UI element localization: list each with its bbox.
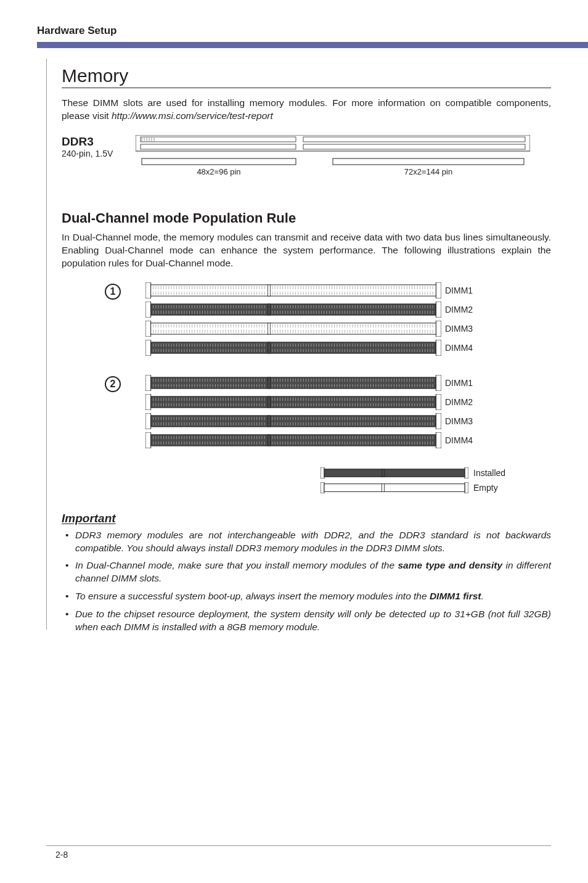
svg-rect-1763 (324, 483, 465, 491)
ddr3-sub: 240-pin, 1.5V (62, 149, 136, 158)
dual-channel-text: In Dual-Channel mode, the memory modules… (62, 231, 551, 270)
important-list: DDR3 memory modules are not interchangea… (62, 529, 551, 634)
svg-rect-1764 (382, 483, 384, 491)
svg-rect-887 (151, 377, 436, 388)
ddr3-title: DDR3 (62, 135, 136, 149)
dimm-slot-icon (145, 282, 441, 298)
dimm3-label: DIMM3 (445, 324, 473, 334)
svg-rect-16 (267, 285, 270, 296)
dimm1-label: DIMM1 (445, 378, 473, 388)
important-bullet-3: To ensure a successful system boot-up, a… (62, 590, 551, 603)
svg-rect-1322 (436, 413, 441, 429)
important-title: Important (62, 512, 551, 525)
legend-installed-label: Installed (473, 468, 505, 478)
svg-rect-11 (142, 158, 296, 165)
svg-rect-1103 (145, 394, 151, 410)
pin-left-label: 48x2=96 pin (197, 167, 240, 176)
dimm-slot-icon (145, 394, 441, 410)
svg-rect-13 (145, 282, 151, 298)
svg-rect-15 (151, 285, 436, 296)
svg-rect-14 (436, 282, 441, 298)
svg-rect-668 (436, 340, 441, 356)
dimm2-label: DIMM2 (445, 397, 473, 407)
svg-rect-1758 (465, 467, 468, 478)
svg-rect-886 (436, 375, 441, 391)
svg-rect-667 (145, 340, 151, 356)
section-rule (62, 88, 551, 88)
legend-empty-label: Empty (473, 483, 498, 493)
svg-rect-449 (145, 321, 151, 337)
left-margin-rule (46, 59, 47, 630)
config-1-number: 1 (105, 284, 121, 300)
dimm4-label: DIMM4 (445, 343, 473, 353)
header-bar (37, 42, 588, 48)
svg-rect-12 (333, 158, 524, 165)
important-bullet-1: DDR3 memory modules are not interchangea… (62, 529, 551, 555)
svg-rect-1539 (145, 432, 151, 448)
svg-rect-3 (141, 144, 296, 149)
dimm2-label: DIMM2 (445, 305, 473, 314)
svg-rect-232 (436, 302, 441, 318)
dimm4-label: DIMM4 (445, 435, 473, 445)
dimm-slot-icon (145, 302, 441, 318)
svg-rect-231 (145, 302, 151, 318)
svg-rect-1104 (436, 394, 441, 410)
svg-rect-669 (151, 342, 436, 353)
svg-rect-1323 (151, 416, 436, 427)
footer-rule (46, 845, 551, 846)
svg-rect-1106 (267, 396, 270, 408)
dimm1-label: DIMM1 (445, 285, 473, 295)
config-2-number: 2 (105, 376, 121, 392)
page-number: 2-8 (55, 850, 68, 860)
svg-rect-1540 (436, 432, 441, 448)
ddr3-module-diagram: 48x2=96 pin 72x2=144 pin (136, 135, 551, 186)
pin-right-label: 72x2=144 pin (404, 167, 452, 176)
important-bullet-2: In Dual-Channel mode, make sure that you… (62, 559, 551, 585)
dimm-slot-icon (145, 375, 441, 391)
svg-rect-885 (145, 375, 151, 391)
config-2: 2 DIMM1 DIMM2 DIMM3 DIMM4 (105, 375, 551, 451)
svg-rect-1324 (267, 416, 270, 427)
memory-intro: These DIMM slots are used for installing… (62, 97, 551, 123)
svg-rect-888 (267, 377, 270, 388)
config-1: 1 DIMM1 DIMM2 DIMM3 DIMM4 (105, 282, 551, 359)
svg-rect-4 (303, 144, 525, 149)
svg-rect-1 (141, 137, 296, 142)
memory-intro-url: http://www.msi.com/service/test-report (112, 110, 273, 121)
svg-rect-1761 (321, 482, 324, 493)
svg-rect-2 (303, 137, 525, 142)
svg-rect-1541 (151, 435, 436, 446)
dimm-slot-icon (145, 321, 441, 337)
section-memory-title: Memory (62, 65, 551, 86)
svg-rect-1105 (151, 396, 436, 408)
svg-rect-0 (136, 135, 530, 151)
svg-rect-451 (151, 323, 436, 334)
legend-installed-icon (321, 467, 468, 478)
legend-empty-icon (321, 482, 468, 493)
legend: Installed Empty (321, 467, 551, 493)
svg-rect-1321 (145, 413, 151, 429)
svg-rect-1760 (382, 469, 384, 477)
dimm-slot-icon (145, 432, 441, 448)
svg-rect-233 (151, 304, 436, 315)
dimm-slot-icon (145, 413, 441, 429)
ddr3-label: DDR3 240-pin, 1.5V (62, 135, 136, 158)
svg-rect-1757 (321, 467, 324, 478)
important-bullet-4: Due to the chipset resource deployment, … (62, 608, 551, 634)
svg-rect-1542 (267, 435, 270, 446)
svg-rect-452 (267, 323, 270, 334)
dual-channel-title: Dual-Channel mode Population Rule (62, 210, 551, 226)
svg-rect-1762 (465, 482, 468, 493)
svg-rect-234 (267, 304, 270, 315)
page-header: Hardware Setup (37, 25, 551, 37)
dimm-slot-icon (145, 340, 441, 356)
svg-rect-670 (267, 342, 270, 353)
svg-rect-450 (436, 321, 441, 337)
svg-rect-1759 (324, 469, 465, 477)
dimm3-label: DIMM3 (445, 416, 473, 426)
